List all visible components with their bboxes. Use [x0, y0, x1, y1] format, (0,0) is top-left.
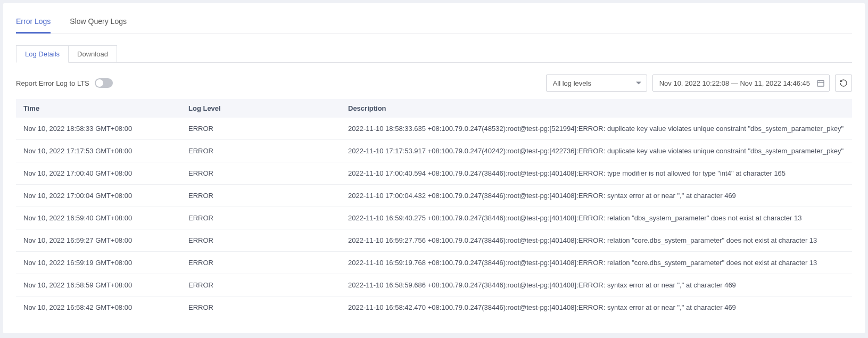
svg-rect-0	[817, 80, 824, 86]
refresh-icon	[839, 79, 848, 87]
report-to-lts-label: Report Error Log to LTS	[16, 79, 89, 87]
cell-description: 2022-11-10 16:58:42.470 +08:100.79.0.247…	[341, 296, 852, 319]
cell-level: ERROR	[181, 162, 341, 185]
column-header-description[interactable]: Description	[341, 99, 852, 118]
cell-time: Nov 10, 2022 16:58:59 GMT+08:00	[16, 274, 181, 296]
log-level-select[interactable]: All log levels	[546, 75, 647, 92]
cell-description: 2022-11-10 16:59:27.756 +08:100.79.0.247…	[341, 229, 852, 252]
cell-time: Nov 10, 2022 16:58:42 GMT+08:00	[16, 296, 181, 319]
cell-level: ERROR	[181, 185, 341, 207]
cell-time: Nov 10, 2022 18:58:33 GMT+08:00	[16, 118, 181, 140]
refresh-button[interactable]	[835, 75, 852, 92]
cell-level: ERROR	[181, 207, 341, 229]
table-row: Nov 10, 2022 16:58:42 GMT+08:00ERROR2022…	[16, 296, 852, 319]
secondary-tabs: Log Details Download	[16, 45, 852, 63]
cell-time: Nov 10, 2022 17:00:40 GMT+08:00	[16, 162, 181, 185]
toolbar: Report Error Log to LTS All log levels N…	[16, 75, 852, 92]
table-row: Nov 10, 2022 16:59:27 GMT+08:00ERROR2022…	[16, 229, 852, 252]
cell-description: 2022-11-10 17:00:04.432 +08:100.79.0.247…	[341, 185, 852, 207]
date-range-value: Nov 10, 2022 10:22:08 — Nov 11, 2022 14:…	[659, 79, 810, 87]
table-row: Nov 10, 2022 17:00:04 GMT+08:00ERROR2022…	[16, 185, 852, 207]
logs-panel: Error Logs Slow Query Logs Log Details D…	[3, 3, 865, 333]
table-row: Nov 10, 2022 16:58:59 GMT+08:00ERROR2022…	[16, 274, 852, 296]
logs-table: Time Log Level Description Nov 10, 2022 …	[16, 99, 852, 318]
cell-description: 2022-11-10 18:58:33.635 +08:100.79.0.247…	[341, 118, 852, 140]
primary-tabs: Error Logs Slow Query Logs	[16, 14, 852, 34]
cell-description: 2022-11-10 16:59:19.768 +08:100.79.0.247…	[341, 252, 852, 274]
tab-log-details[interactable]: Log Details	[16, 45, 69, 63]
cell-level: ERROR	[181, 296, 341, 319]
column-header-level[interactable]: Log Level	[181, 99, 341, 118]
cell-description: 2022-11-10 17:17:53.917 +08:100.79.0.247…	[341, 140, 852, 162]
tab-error-logs[interactable]: Error Logs	[16, 14, 51, 33]
cell-description: 2022-11-10 16:59:40.275 +08:100.79.0.247…	[341, 207, 852, 229]
table-row: Nov 10, 2022 18:58:33 GMT+08:00ERROR2022…	[16, 118, 852, 140]
log-level-selected-value: All log levels	[553, 79, 591, 87]
cell-level: ERROR	[181, 274, 341, 296]
date-range-picker[interactable]: Nov 10, 2022 10:22:08 — Nov 11, 2022 14:…	[652, 75, 830, 92]
cell-time: Nov 10, 2022 16:59:40 GMT+08:00	[16, 207, 181, 229]
cell-level: ERROR	[181, 229, 341, 252]
chevron-down-icon	[636, 82, 641, 85]
column-header-time[interactable]: Time	[16, 99, 181, 118]
cell-description: 2022-11-10 16:58:59.686 +08:100.79.0.247…	[341, 274, 852, 296]
tab-slow-query-logs[interactable]: Slow Query Logs	[70, 14, 127, 33]
table-row: Nov 10, 2022 17:00:40 GMT+08:00ERROR2022…	[16, 162, 852, 185]
table-row: Nov 10, 2022 16:59:19 GMT+08:00ERROR2022…	[16, 252, 852, 274]
tab-download[interactable]: Download	[68, 45, 117, 63]
cell-time: Nov 10, 2022 17:17:53 GMT+08:00	[16, 140, 181, 162]
report-to-lts-toggle[interactable]	[95, 78, 113, 88]
calendar-icon	[816, 79, 825, 87]
cell-time: Nov 10, 2022 17:00:04 GMT+08:00	[16, 185, 181, 207]
table-row: Nov 10, 2022 16:59:40 GMT+08:00ERROR2022…	[16, 207, 852, 229]
table-row: Nov 10, 2022 17:17:53 GMT+08:00ERROR2022…	[16, 140, 852, 162]
cell-description: 2022-11-10 17:00:40.594 +08:100.79.0.247…	[341, 162, 852, 185]
cell-time: Nov 10, 2022 16:59:19 GMT+08:00	[16, 252, 181, 274]
cell-time: Nov 10, 2022 16:59:27 GMT+08:00	[16, 229, 181, 252]
cell-level: ERROR	[181, 252, 341, 274]
cell-level: ERROR	[181, 140, 341, 162]
cell-level: ERROR	[181, 118, 341, 140]
table-header-row: Time Log Level Description	[16, 99, 852, 118]
